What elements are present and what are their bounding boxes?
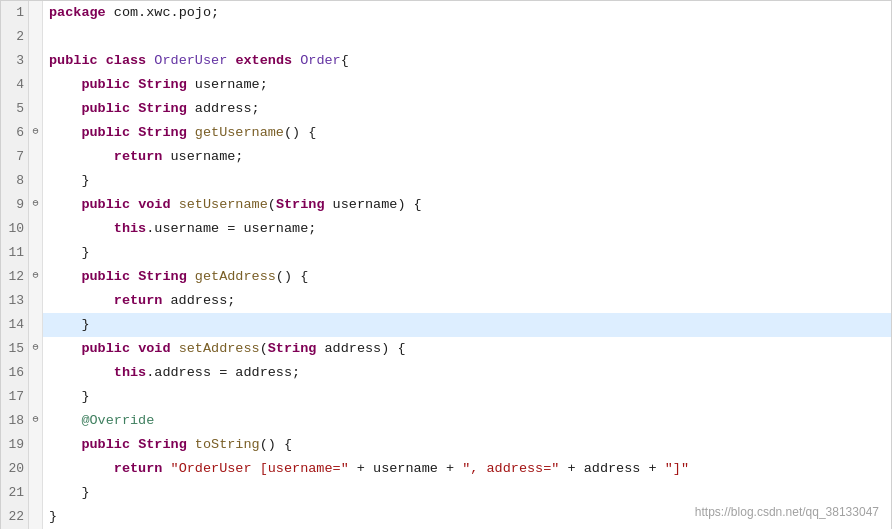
fold-indicator (29, 169, 43, 193)
code-line-content: this.username = username; (43, 217, 891, 241)
code-row: 19 public String toString() { (1, 433, 891, 457)
line-number: 1 (1, 1, 29, 25)
code-row: 21 } (1, 481, 891, 505)
line-number: 22 (1, 505, 29, 529)
fold-indicator (29, 481, 43, 505)
line-number: 10 (1, 217, 29, 241)
code-line-content: public String getUsername() { (43, 121, 891, 145)
code-row: 3public class OrderUser extends Order{ (1, 49, 891, 73)
line-number: 7 (1, 145, 29, 169)
fold-indicator (29, 1, 43, 25)
line-number: 5 (1, 97, 29, 121)
fold-indicator (29, 289, 43, 313)
fold-indicator (29, 457, 43, 481)
code-row: 5 public String address; (1, 97, 891, 121)
watermark: https://blog.csdn.net/qq_38133047 (695, 505, 879, 519)
code-row: 7 return username; (1, 145, 891, 169)
fold-indicator (29, 217, 43, 241)
code-row: 15⊖ public void setAddress(String addres… (1, 337, 891, 361)
fold-indicator (29, 241, 43, 265)
code-row: 16 this.address = address; (1, 361, 891, 385)
code-line-content: this.address = address; (43, 361, 891, 385)
fold-indicator[interactable]: ⊖ (29, 409, 43, 433)
code-line-content: } (43, 313, 891, 337)
fold-indicator[interactable]: ⊖ (29, 337, 43, 361)
line-number: 11 (1, 241, 29, 265)
fold-indicator (29, 49, 43, 73)
fold-indicator (29, 97, 43, 121)
code-line-content: public String getAddress() { (43, 265, 891, 289)
line-number: 2 (1, 25, 29, 49)
code-row: 2 (1, 25, 891, 49)
line-number: 13 (1, 289, 29, 313)
fold-indicator[interactable]: ⊖ (29, 265, 43, 289)
line-number: 9 (1, 193, 29, 217)
line-number: 3 (1, 49, 29, 73)
code-row: 9⊖ public void setUsername(String userna… (1, 193, 891, 217)
code-line-content: } (43, 385, 891, 409)
code-line-content (43, 25, 891, 49)
line-number: 21 (1, 481, 29, 505)
code-line-content: public class OrderUser extends Order{ (43, 49, 891, 73)
code-row: 17 } (1, 385, 891, 409)
code-line-content: } (43, 169, 891, 193)
code-line-content: public String address; (43, 97, 891, 121)
code-row: 8 } (1, 169, 891, 193)
code-line-content: return address; (43, 289, 891, 313)
line-number: 19 (1, 433, 29, 457)
fold-indicator (29, 385, 43, 409)
line-number: 20 (1, 457, 29, 481)
code-row: 18⊖ @Override (1, 409, 891, 433)
code-row: 10 this.username = username; (1, 217, 891, 241)
fold-indicator (29, 145, 43, 169)
line-number: 6 (1, 121, 29, 145)
line-number: 12 (1, 265, 29, 289)
line-number: 16 (1, 361, 29, 385)
line-number: 4 (1, 73, 29, 97)
code-row: 11 } (1, 241, 891, 265)
fold-indicator (29, 25, 43, 49)
code-editor: 1package com.xwc.pojo;2 3public class Or… (0, 0, 892, 529)
code-line-content: package com.xwc.pojo; (43, 1, 891, 25)
fold-indicator (29, 505, 43, 529)
code-line-content: @Override (43, 409, 891, 433)
code-row: 12⊖ public String getAddress() { (1, 265, 891, 289)
code-row: 13 return address; (1, 289, 891, 313)
fold-indicator (29, 361, 43, 385)
line-number: 15 (1, 337, 29, 361)
line-number: 17 (1, 385, 29, 409)
code-line-content: public String username; (43, 73, 891, 97)
code-line-content: } (43, 241, 891, 265)
line-number: 18 (1, 409, 29, 433)
code-line-content: } (43, 481, 891, 505)
code-row: 20 return "OrderUser [username=" + usern… (1, 457, 891, 481)
fold-indicator (29, 313, 43, 337)
code-lines: 1package com.xwc.pojo;2 3public class Or… (1, 1, 891, 529)
line-number: 8 (1, 169, 29, 193)
code-row: 4 public String username; (1, 73, 891, 97)
fold-indicator (29, 73, 43, 97)
fold-indicator[interactable]: ⊖ (29, 193, 43, 217)
code-line-content: return username; (43, 145, 891, 169)
code-line-content: return "OrderUser [username=" + username… (43, 457, 891, 481)
code-line-content: public void setUsername(String username)… (43, 193, 891, 217)
fold-indicator[interactable]: ⊖ (29, 121, 43, 145)
line-number: 14 (1, 313, 29, 337)
code-row: 14 } (1, 313, 891, 337)
code-row: 6⊖ public String getUsername() { (1, 121, 891, 145)
code-line-content: public String toString() { (43, 433, 891, 457)
code-row: 1package com.xwc.pojo; (1, 1, 891, 25)
fold-indicator (29, 433, 43, 457)
code-line-content: public void setAddress(String address) { (43, 337, 891, 361)
